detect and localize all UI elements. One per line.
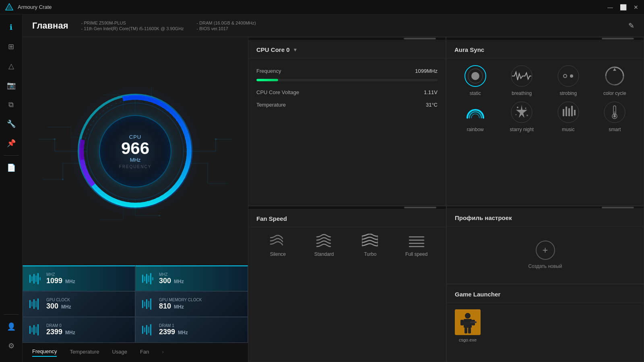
color-cycle-icon <box>603 65 626 87</box>
header-specs-left: - PRIME Z590M-PLUS - 11th Gen Intel(R) C… <box>81 21 184 31</box>
tab-usage[interactable]: Usage <box>112 349 127 356</box>
stats-cards: MHz 1099 MHz <box>23 265 248 343</box>
rainbow-icon <box>464 101 487 123</box>
cpu-panel-header: CPU Core 0 ▼ <box>248 40 446 58</box>
sidebar-item-triangle[interactable]: △ <box>2 57 20 75</box>
stat-card-0: MHz 1099 MHz <box>23 265 135 291</box>
frequency-row: Frequency 1099MHz <box>256 65 438 77</box>
fan-item-standard[interactable]: Standard <box>303 234 346 257</box>
restore-button[interactable]: ⬜ <box>620 4 626 10</box>
svg-rect-39 <box>37 273 39 284</box>
cpu-dropdown-icon[interactable]: ▼ <box>293 47 298 53</box>
sidebar-item-user[interactable]: 👤 <box>2 318 20 335</box>
svg-rect-102 <box>460 320 464 325</box>
sidebar-item-settings[interactable]: ⚙ <box>2 337 20 355</box>
stat-card-dram1-info: DRAM 1 2399 MHz <box>159 323 242 336</box>
svg-rect-49 <box>33 299 35 309</box>
stat-card-dram0: DRAM 0 2399 MHz <box>23 317 135 343</box>
stat-card-gpu-info: GPU Clock 300 MHz <box>46 298 129 311</box>
stat-card-0-label: MHz <box>46 272 129 277</box>
app-body: ℹ ⊞ △ 📷 ⧉ 🔧 📌 📄 👤 ⚙ <box>0 14 644 362</box>
svg-rect-101 <box>464 319 472 328</box>
tab-frequency[interactable]: Frequency <box>32 348 57 357</box>
profile-add-button[interactable]: + <box>536 241 555 260</box>
sidebar-item-camera[interactable]: 📷 <box>2 76 20 94</box>
aura-item-rainbow[interactable]: rainbow <box>454 101 496 132</box>
aura-scrollbar <box>446 37 644 40</box>
sidebar-bottom: 👤 ⚙ <box>2 313 20 358</box>
close-button[interactable]: ✕ <box>633 4 639 10</box>
full-speed-fan-icon <box>409 234 425 248</box>
top-panels-row: CPU Core 0 ▼ Frequency 1099MHz <box>248 37 644 206</box>
music-label: music <box>562 127 574 132</box>
cpu-viz: CPU 966 MHz FREQUENCY <box>23 37 248 265</box>
fan-panel-header: Fan Speed <box>248 209 446 227</box>
stat-card-gpu-value: 300 MHz <box>46 302 129 311</box>
temperature-label: Temperature <box>256 102 286 108</box>
starry-night-label: starry night <box>510 127 534 132</box>
svg-rect-85 <box>568 108 570 116</box>
right-panels-container: CPU Core 0 ▼ Frequency 1099MHz <box>248 37 644 362</box>
smart-icon <box>603 101 626 123</box>
sidebar-item-pin[interactable]: 📌 <box>2 134 20 152</box>
dashboard-icon: ⊞ <box>8 42 14 51</box>
cpu-panel-content: Frequency 1099MHz CPU Core Voltage 1.11V <box>248 58 446 206</box>
stat-card-0-info: MHz 1099 MHz <box>46 272 129 285</box>
sidebar-item-dashboard[interactable]: ⊞ <box>2 38 20 56</box>
tab-fan[interactable]: Fan <box>140 349 149 356</box>
svg-point-69 <box>471 72 479 80</box>
sidebar-divider-bottom <box>4 314 19 315</box>
gear-icon: ⚙ <box>8 341 14 350</box>
sidebar-item-document[interactable]: 📄 <box>2 159 20 177</box>
aura-item-color-cycle[interactable]: color cycle <box>594 65 636 96</box>
stat-card-dram1-value: 2399 MHz <box>159 328 242 336</box>
aura-item-starry-night[interactable]: starry night <box>501 101 543 132</box>
music-icon-container <box>557 101 580 123</box>
fan-item-turbo[interactable]: Turbo <box>349 234 392 257</box>
svg-rect-84 <box>566 107 567 116</box>
fan-item-silence[interactable]: Silence <box>256 234 299 257</box>
tab-temperature[interactable]: Temperature <box>70 349 99 356</box>
aura-item-breathing[interactable]: breathing <box>501 65 543 96</box>
left-panel: CPU 966 MHz FREQUENCY <box>23 37 248 362</box>
aura-item-smart[interactable]: smart <box>594 101 636 132</box>
svg-point-73 <box>570 74 573 78</box>
titlebar-controls: — ⬜ ✕ <box>607 4 639 10</box>
svg-rect-65 <box>148 327 149 333</box>
svg-rect-54 <box>146 299 147 309</box>
user-icon: 👤 <box>7 322 16 331</box>
svg-rect-51 <box>37 298 39 310</box>
triangle-icon: △ <box>8 62 14 70</box>
svg-point-78 <box>517 107 518 108</box>
cpu-inner-circle: CPU 966 MHz FREQUENCY <box>99 115 171 187</box>
sidebar-item-wrench[interactable]: 🔧 <box>2 115 20 133</box>
aura-item-static[interactable]: static <box>454 65 496 96</box>
aura-item-music[interactable]: music <box>547 101 589 132</box>
titlebar: Armoury Crate — ⬜ ✕ <box>0 0 644 14</box>
aura-panel-title: Aura Sync <box>454 46 484 53</box>
svg-rect-40 <box>39 277 41 280</box>
stat-card-gpu-mem-info: GPU Memory Clock 810 MHz <box>159 298 242 311</box>
cpu-value: 966 <box>121 140 149 157</box>
music-icon <box>557 101 580 123</box>
cpu-scrollbar <box>248 37 446 40</box>
game-item-csgo[interactable]: csgo.exe <box>455 309 481 342</box>
aura-item-strobing[interactable]: strobing <box>547 65 589 96</box>
profile-content: + Создать новый <box>447 226 644 284</box>
fan-panel-title: Fan Speed <box>256 215 287 222</box>
svg-marker-75 <box>613 68 616 71</box>
camera-icon: 📷 <box>7 81 16 90</box>
stat-card-dram0-info: DRAM 0 2399 MHz <box>46 323 129 336</box>
stat-card-1-info: MHz 300 MHz <box>159 272 242 285</box>
sidebar-item-sliders[interactable]: ⧉ <box>2 96 20 113</box>
game-grid: csgo.exe <box>447 303 644 349</box>
edit-button[interactable]: ✎ <box>628 21 634 30</box>
svg-rect-58 <box>31 327 33 332</box>
fan-item-full-speed[interactable]: Full speed <box>395 234 438 257</box>
tab-more[interactable]: › <box>162 349 163 356</box>
sidebar-item-info[interactable]: ℹ <box>2 19 20 36</box>
stat-card-1-value: 300 MHz <box>159 277 242 285</box>
svg-point-9 <box>62 179 64 180</box>
sliders-icon: ⧉ <box>8 101 14 109</box>
minimize-button[interactable]: — <box>607 4 613 10</box>
